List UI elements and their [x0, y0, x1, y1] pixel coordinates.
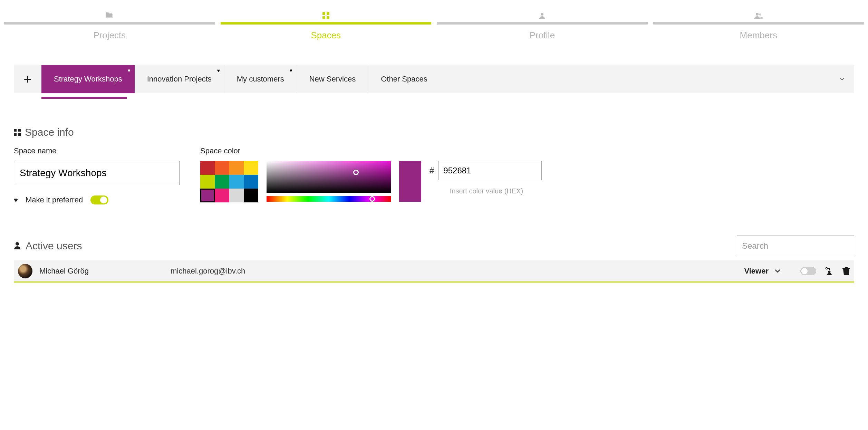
members-icon	[754, 11, 763, 20]
color-swatch[interactable]	[215, 161, 229, 175]
section-title: Active users	[26, 240, 82, 252]
svg-rect-15	[845, 267, 848, 268]
plus-icon: +	[23, 71, 31, 87]
user-email: michael.gorog@ibv.ch	[171, 267, 734, 276]
make-preferred-label: Make it preferred	[26, 195, 83, 204]
user-role-label: Viewer	[744, 267, 769, 276]
color-gradient-group	[267, 161, 391, 202]
space-tab-label: My customers	[237, 75, 284, 84]
color-swatch[interactable]	[215, 175, 229, 189]
spaces-bar: + ♥ Strategy Workshops ♥ Innovation Proj…	[14, 65, 854, 93]
nav-tab-profile[interactable]: Profile	[437, 11, 648, 41]
users-search-input[interactable]	[737, 236, 854, 256]
space-tab-label: Other Spaces	[381, 75, 427, 84]
space-tab-new-services[interactable]: New Services	[297, 65, 368, 93]
color-swatch[interactable]	[229, 189, 244, 202]
color-swatch[interactable]	[244, 175, 258, 189]
space-color-field-group: Space color # Insert	[200, 146, 543, 202]
avatar	[18, 264, 32, 278]
space-tab-other-spaces[interactable]: Other Spaces	[368, 65, 440, 93]
user-role-select[interactable]: Viewer	[741, 267, 783, 276]
space-tabs: ♥ Strategy Workshops ♥ Innovation Projec…	[41, 65, 440, 93]
nav-tab-spaces[interactable]: Spaces	[221, 11, 432, 41]
user-delete-button[interactable]	[842, 267, 850, 275]
color-swatch[interactable]	[244, 161, 258, 175]
svg-point-13	[828, 270, 831, 273]
spaces-row: + ♥ Strategy Workshops ♥ Innovation Proj…	[0, 65, 868, 99]
color-swatch[interactable]	[244, 189, 258, 202]
hue-slider[interactable]	[267, 196, 391, 202]
chevron-down-icon	[775, 268, 780, 274]
nav-tab-projects[interactable]: Projects	[4, 11, 215, 41]
heart-icon: ♥	[127, 68, 130, 73]
svg-rect-0	[322, 12, 325, 15]
space-tab-label: New Services	[309, 75, 356, 84]
space-name-field-group: Space name ♥ Make it preferred	[14, 146, 180, 204]
color-swatch[interactable]	[215, 189, 229, 202]
svg-rect-2	[322, 16, 325, 19]
heart-icon: ♥	[14, 196, 18, 204]
grid-icon	[14, 126, 21, 138]
svg-rect-10	[18, 133, 21, 136]
user-name: Michael Görög	[39, 267, 164, 276]
svg-rect-1	[327, 12, 329, 15]
space-tab-innovation-projects[interactable]: ♥ Innovation Projects	[135, 65, 224, 93]
color-swatch[interactable]	[200, 161, 215, 175]
svg-point-12	[826, 267, 828, 269]
space-name-input[interactable]	[14, 161, 180, 185]
nav-tab-label: Members	[740, 30, 777, 41]
spaces-icon	[322, 11, 329, 20]
hue-handle-icon	[369, 196, 375, 202]
user-icon	[14, 240, 21, 252]
color-swatch[interactable]	[229, 161, 244, 175]
space-color-label: Space color	[200, 146, 543, 155]
space-info-section: Space info Space name ♥ Make it preferre…	[0, 126, 868, 204]
saturation-value-picker[interactable]	[267, 161, 391, 193]
hex-help-text: Insert color value (HEX)	[430, 187, 543, 195]
trash-icon	[842, 267, 850, 275]
spaces-overflow[interactable]	[440, 65, 854, 93]
satval-handle-icon	[353, 170, 359, 175]
make-preferred-toggle[interactable]	[90, 195, 108, 204]
svg-point-4	[541, 13, 543, 16]
active-space-underline	[41, 97, 127, 99]
user-row-actions	[800, 267, 850, 275]
section-header: Space info	[14, 126, 854, 138]
color-swatches	[200, 161, 258, 202]
section-header: Active users	[14, 240, 82, 252]
key-user-icon	[825, 267, 833, 275]
svg-rect-9	[14, 133, 17, 136]
svg-rect-7	[14, 129, 17, 132]
hex-input-group: # Insert color value (HEX)	[430, 161, 543, 195]
space-tab-label: Innovation Projects	[147, 75, 212, 84]
space-tab-label: Strategy Workshops	[54, 75, 122, 84]
nav-tab-label: Profile	[529, 30, 555, 41]
hash-symbol: #	[430, 166, 434, 175]
user-enabled-toggle[interactable]	[800, 267, 816, 275]
active-users-section: Active users Michael Görög michael.gorog…	[0, 236, 868, 283]
svg-point-11	[16, 242, 19, 246]
space-tab-strategy-workshops[interactable]: ♥ Strategy Workshops	[41, 65, 135, 93]
make-preferred-row: ♥ Make it preferred	[14, 195, 180, 204]
heart-icon: ♥	[289, 68, 292, 73]
user-key-button[interactable]	[825, 267, 833, 275]
section-title: Space info	[25, 126, 74, 138]
heart-icon: ♥	[217, 68, 220, 73]
svg-rect-3	[327, 16, 329, 19]
nav-tab-label: Projects	[93, 30, 126, 41]
profile-icon	[539, 11, 546, 20]
space-name-label: Space name	[14, 146, 180, 155]
projects-icon	[105, 11, 114, 20]
svg-rect-8	[18, 129, 21, 132]
top-nav: Projects Spaces Profile Members	[0, 0, 868, 41]
svg-rect-14	[842, 268, 850, 269]
hex-input[interactable]	[438, 161, 542, 180]
color-swatch[interactable]	[200, 189, 215, 202]
color-swatch[interactable]	[200, 175, 215, 189]
space-tab-my-customers[interactable]: ♥ My customers	[224, 65, 297, 93]
color-swatch[interactable]	[229, 175, 244, 189]
user-row: Michael Görög michael.gorog@ibv.ch Viewe…	[14, 260, 854, 283]
add-space-button[interactable]: +	[14, 65, 41, 93]
svg-point-6	[759, 13, 761, 16]
nav-tab-members[interactable]: Members	[653, 11, 864, 41]
